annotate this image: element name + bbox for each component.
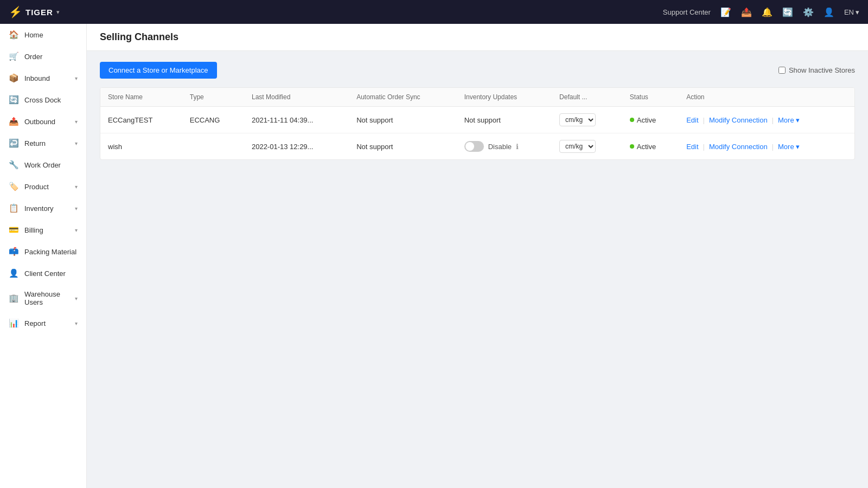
info-icon-1[interactable]: ℹ: [516, 143, 519, 151]
order-icon: 🛒: [9, 52, 19, 61]
chevron-report: ▾: [75, 320, 78, 326]
more-button-1[interactable]: More ▾: [778, 143, 800, 151]
status-dot-0: [630, 118, 634, 122]
inventory-updates-1: Disable ℹ: [457, 133, 552, 160]
sidebar-label-return: Return: [24, 139, 69, 147]
sidebar-label-warehouse: Warehouse Users: [24, 290, 69, 306]
store-type-1: [182, 133, 244, 160]
divider2-0: |: [772, 116, 774, 124]
page-content: Connect a Store or Marketplace Show Inac…: [87, 51, 868, 171]
sidebar-item-packing[interactable]: 📫 Packing Material: [0, 241, 86, 262]
last-modified-0: 2021-11-11 04:39...: [244, 107, 349, 133]
default-select-0[interactable]: cm/kg in/lb: [559, 113, 596, 126]
return-icon: ↩️: [9, 138, 19, 148]
topnav-brand-area: ⚡ TIGER ▾: [9, 5, 60, 18]
support-center-link[interactable]: Support Center: [663, 8, 711, 16]
toolbar: Connect a Store or Marketplace Show Inac…: [100, 62, 855, 79]
app-brand: TIGER: [25, 8, 53, 17]
crossdock-icon: 🔄: [9, 95, 19, 105]
status-badge-1: Active: [630, 143, 656, 151]
col-header-0: Store Name: [100, 88, 182, 107]
edit-link-1[interactable]: Edit: [686, 143, 698, 151]
refresh-icon[interactable]: 🔄: [782, 7, 793, 17]
sidebar-label-packing: Packing Material: [24, 248, 78, 256]
inventory-toggle-1[interactable]: [464, 141, 484, 152]
table: Store NameTypeLast ModifiedAutomatic Ord…: [100, 88, 854, 159]
chevron-product: ▾: [75, 184, 78, 190]
status-dot-1: [630, 144, 634, 149]
settings-icon[interactable]: ⚙️: [803, 7, 814, 17]
report-icon: 📊: [9, 318, 19, 328]
default-select-1[interactable]: cm/kg in/lb: [559, 140, 596, 153]
brand-arrow[interactable]: ▾: [56, 9, 60, 16]
default-unit-0: cm/kg in/lb: [552, 107, 622, 133]
sidebar-label-crossdock: Cross Dock: [24, 96, 78, 104]
sidebar-label-order: Order: [24, 53, 78, 61]
more-button-0[interactable]: More ▾: [778, 116, 800, 124]
sidebar-label-workorder: Work Order: [24, 161, 78, 169]
chevron-return: ▾: [75, 140, 78, 146]
inbound-icon: 📦: [9, 73, 19, 83]
lang-chevron: ▾: [856, 8, 859, 16]
app-logo: ⚡: [9, 5, 22, 18]
table-header: Store NameTypeLast ModifiedAutomatic Ord…: [100, 88, 854, 107]
divider1-0: |: [703, 116, 705, 124]
packing-icon: 📫: [9, 247, 19, 256]
sidebar-item-product[interactable]: 🏷️ Product ▾: [0, 176, 86, 197]
show-inactive-label[interactable]: Show Inactive Stores: [778, 66, 855, 74]
sidebar-label-client: Client Center: [24, 269, 78, 278]
sidebar-item-report[interactable]: 📊 Report ▾: [0, 312, 86, 334]
language-selector[interactable]: EN ▾: [844, 8, 859, 16]
sidebar-item-order[interactable]: 🛒 Order: [0, 46, 86, 67]
home-icon: 🏠: [9, 30, 19, 40]
connect-store-button[interactable]: Connect a Store or Marketplace: [100, 62, 217, 79]
sidebar-label-billing: Billing: [24, 226, 69, 234]
toggle-slider-1[interactable]: [464, 141, 484, 152]
modify-link-1[interactable]: Modify Connection: [709, 143, 768, 151]
edit-icon[interactable]: 📝: [720, 7, 731, 17]
show-inactive-text: Show Inactive Stores: [789, 66, 855, 74]
sidebar-label-home: Home: [24, 31, 78, 39]
sidebar-item-warehouse[interactable]: 🏢 Warehouse Users ▾: [0, 284, 86, 312]
main-content: Selling Channels Connect a Store or Mark…: [87, 24, 868, 488]
col-header-3: Automatic Order Sync: [349, 88, 457, 107]
inventory-icon: 📋: [9, 203, 19, 213]
store-name-0: ECCangTEST: [100, 107, 182, 133]
sidebar-label-product: Product: [24, 183, 69, 191]
sidebar-item-inbound[interactable]: 📦 Inbound ▾: [0, 67, 86, 89]
sidebar-item-client[interactable]: 👤 Client Center: [0, 262, 86, 284]
sidebar-item-return[interactable]: ↩️ Return ▾: [0, 132, 86, 154]
divider1-1: |: [703, 143, 705, 151]
col-header-2: Last Modified: [244, 88, 349, 107]
chevron-warehouse: ▾: [75, 296, 78, 301]
store-type-0: ECCANG: [182, 107, 244, 133]
sidebar-item-outbound[interactable]: 📤 Outbound ▾: [0, 111, 86, 132]
action-links-1: Edit | Modify Connection | More ▾: [686, 143, 847, 151]
sidebar-item-crossdock[interactable]: 🔄 Cross Dock: [0, 89, 86, 111]
workorder-icon: 🔧: [9, 160, 19, 170]
sidebar: 🏠 Home 🛒 Order 📦 Inbound ▾ 🔄 Cross Dock …: [0, 24, 87, 488]
modify-link-0[interactable]: Modify Connection: [709, 116, 768, 124]
lang-label: EN: [844, 8, 854, 16]
sidebar-item-billing[interactable]: 💳 Billing ▾: [0, 219, 86, 241]
sidebar-item-home[interactable]: 🏠 Home: [0, 24, 86, 46]
user-icon[interactable]: 👤: [824, 7, 834, 17]
last-modified-1: 2022-01-13 12:29...: [244, 133, 349, 160]
divider2-1: |: [772, 143, 774, 151]
warehouse-icon: 🏢: [9, 293, 19, 303]
export-icon[interactable]: 📤: [741, 7, 752, 17]
sidebar-item-inventory[interactable]: 📋 Inventory ▾: [0, 197, 86, 219]
show-inactive-checkbox[interactable]: [778, 67, 786, 74]
status-text-1: Active: [637, 143, 656, 151]
client-icon: 👤: [9, 268, 19, 278]
product-icon: 🏷️: [9, 182, 19, 191]
topnav: ⚡ TIGER ▾ Support Center 📝 📤 🔔 🔄 ⚙️ 👤 EN…: [0, 0, 868, 24]
page-title: Selling Channels: [100, 31, 855, 43]
status-badge-0: Active: [630, 116, 656, 124]
sidebar-item-workorder[interactable]: 🔧 Work Order: [0, 154, 86, 176]
bell-icon[interactable]: 🔔: [762, 7, 773, 17]
chevron-billing: ▾: [75, 227, 78, 233]
page-header: Selling Channels: [87, 24, 868, 51]
table-row: wish2022-01-13 12:29...Not support Disab…: [100, 133, 854, 160]
edit-link-0[interactable]: Edit: [686, 116, 698, 124]
